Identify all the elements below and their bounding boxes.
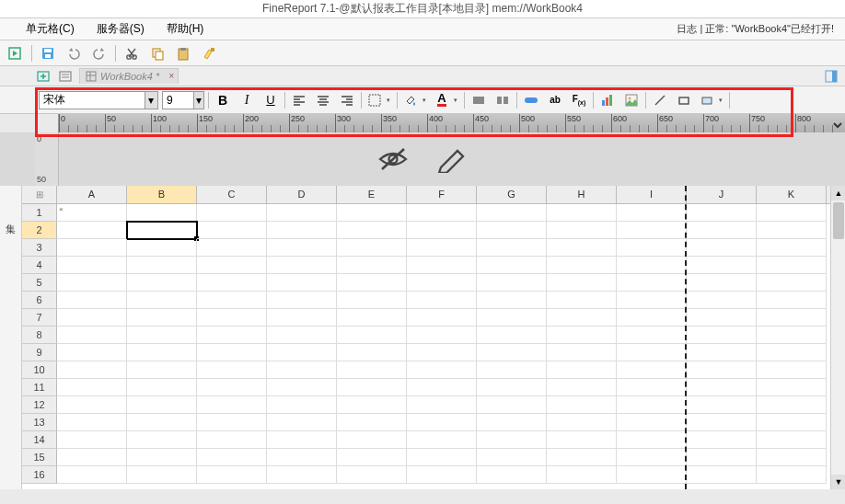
undo-icon[interactable] xyxy=(64,43,84,63)
cell-G6[interactable] xyxy=(477,292,547,309)
row-header-2[interactable]: 2 xyxy=(22,222,57,239)
cell-F11[interactable] xyxy=(407,379,477,396)
cell-H10[interactable] xyxy=(547,361,617,379)
col-header-K[interactable]: K xyxy=(757,186,827,203)
line-shape-icon[interactable] xyxy=(650,90,670,110)
cell-K14[interactable] xyxy=(757,431,827,449)
align-center-icon[interactable] xyxy=(313,90,333,110)
cell-G8[interactable] xyxy=(477,326,547,344)
cell-J3[interactable] xyxy=(687,239,757,257)
tab-list-icon[interactable] xyxy=(57,68,75,85)
cell-F3[interactable] xyxy=(407,239,477,257)
cell-H15[interactable] xyxy=(547,449,617,466)
cell-A3[interactable] xyxy=(57,239,127,257)
cell-F8[interactable] xyxy=(407,326,477,344)
italic-button[interactable]: I xyxy=(237,90,257,110)
cell-A16[interactable] xyxy=(57,466,127,484)
cell-D16[interactable] xyxy=(267,466,337,484)
cell-E7[interactable] xyxy=(337,309,407,326)
cell-I15[interactable] xyxy=(617,449,687,466)
cell-B2[interactable] xyxy=(127,222,197,239)
cell-C14[interactable] xyxy=(197,431,267,449)
cell-B12[interactable] xyxy=(127,396,197,414)
cell-K16[interactable] xyxy=(757,466,827,484)
cell-E14[interactable] xyxy=(337,431,407,449)
cell-G2[interactable] xyxy=(477,222,547,239)
cell-C1[interactable] xyxy=(197,204,267,222)
row-header-10[interactable]: 10 xyxy=(22,361,57,379)
cell-G5[interactable] xyxy=(477,274,547,292)
format-cell-icon[interactable]: ab xyxy=(545,90,565,110)
menu-server[interactable]: 服务器(S) xyxy=(97,21,145,37)
cell-K15[interactable] xyxy=(757,449,827,466)
menu-cell[interactable]: 单元格(C) xyxy=(26,21,75,37)
cell-H14[interactable] xyxy=(547,431,617,449)
cell-J6[interactable] xyxy=(687,292,757,309)
cell-C6[interactable] xyxy=(197,292,267,309)
cell-D10[interactable] xyxy=(267,361,337,379)
cell-D6[interactable] xyxy=(267,292,337,309)
cell-K4[interactable] xyxy=(757,257,827,274)
cell-B5[interactable] xyxy=(127,274,197,292)
cell-H2[interactable] xyxy=(547,222,617,239)
cell-E6[interactable] xyxy=(337,292,407,309)
cell-A2[interactable] xyxy=(57,222,127,239)
vertical-scrollbar[interactable]: ▲ ▼ xyxy=(830,186,845,489)
select-all-corner[interactable]: ⊞ xyxy=(22,186,57,203)
cell-D2[interactable] xyxy=(267,222,337,239)
cell-K6[interactable] xyxy=(757,292,827,309)
cell-F14[interactable] xyxy=(407,431,477,449)
cell-B10[interactable] xyxy=(127,361,197,379)
cell-F1[interactable] xyxy=(407,204,477,222)
cell-J5[interactable] xyxy=(687,274,757,292)
cell-A13[interactable] xyxy=(57,414,127,431)
cell-K2[interactable] xyxy=(757,222,827,239)
row-header-16[interactable]: 16 xyxy=(22,466,57,484)
cell-F2[interactable] xyxy=(407,222,477,239)
col-header-I[interactable]: I xyxy=(617,186,687,203)
cell-A14[interactable] xyxy=(57,431,127,449)
col-header-H[interactable]: H xyxy=(547,186,617,203)
cell-A15[interactable] xyxy=(57,449,127,466)
col-header-D[interactable]: D xyxy=(267,186,337,203)
cell-D13[interactable] xyxy=(267,414,337,431)
cell-C12[interactable] xyxy=(197,396,267,414)
cell-H3[interactable] xyxy=(547,239,617,257)
cell-B6[interactable] xyxy=(127,292,197,309)
cell-I11[interactable] xyxy=(617,379,687,396)
cell-I3[interactable] xyxy=(617,239,687,257)
cell-J12[interactable] xyxy=(687,396,757,414)
cell-E13[interactable] xyxy=(337,414,407,431)
formula-icon[interactable]: F(x) xyxy=(569,90,589,110)
cell-K5[interactable] xyxy=(757,274,827,292)
cell-I12[interactable] xyxy=(617,396,687,414)
cell-D14[interactable] xyxy=(267,431,337,449)
cell-E15[interactable] xyxy=(337,449,407,466)
cell-H9[interactable] xyxy=(547,344,617,361)
cell-F15[interactable] xyxy=(407,449,477,466)
cell-D8[interactable] xyxy=(267,326,337,344)
cell-H13[interactable] xyxy=(547,414,617,431)
cell-G10[interactable] xyxy=(477,361,547,379)
cell-I2[interactable] xyxy=(617,222,687,239)
cell-F6[interactable] xyxy=(407,292,477,309)
col-header-B[interactable]: B xyxy=(127,186,197,203)
cell-F13[interactable] xyxy=(407,414,477,431)
horizontal-ruler[interactable]: 0501001502002503003504004505005506006507… xyxy=(59,114,845,132)
save-icon[interactable] xyxy=(38,43,58,63)
cell-C4[interactable] xyxy=(197,257,267,274)
cell-H5[interactable] xyxy=(547,274,617,292)
cell-B11[interactable] xyxy=(127,379,197,396)
cell-I1[interactable] xyxy=(617,204,687,222)
cell-G4[interactable] xyxy=(477,257,547,274)
cell-J2[interactable] xyxy=(687,222,757,239)
cell-D3[interactable] xyxy=(267,239,337,257)
cell-C8[interactable] xyxy=(197,326,267,344)
image-icon[interactable] xyxy=(621,90,642,110)
cell-J14[interactable] xyxy=(687,431,757,449)
row-header-5[interactable]: 5 xyxy=(22,274,57,292)
cell-C11[interactable] xyxy=(197,379,267,396)
row-header-9[interactable]: 9 xyxy=(22,344,57,361)
file-tab[interactable]: WorkBook4 * × xyxy=(79,68,179,84)
cell-A7[interactable] xyxy=(57,309,127,326)
